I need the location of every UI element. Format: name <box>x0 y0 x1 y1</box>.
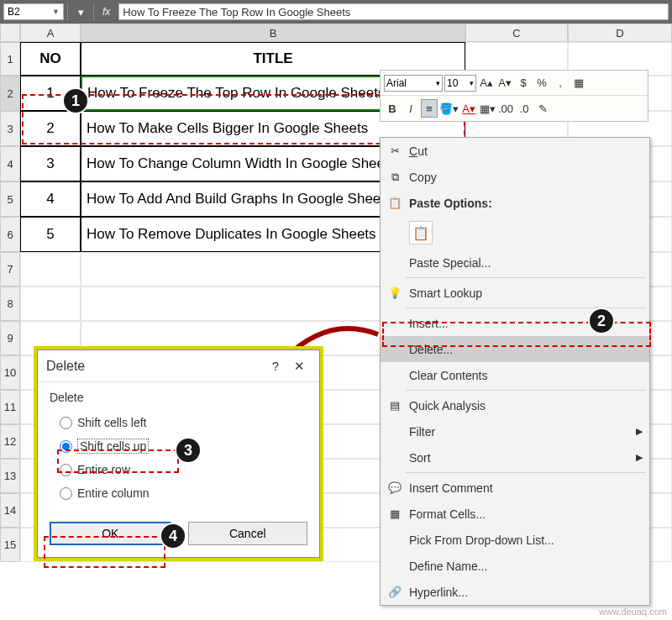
currency-icon[interactable]: $ <box>515 74 532 92</box>
name-box[interactable]: B2 ▼ <box>3 3 64 20</box>
bold-button[interactable]: B <box>384 99 401 118</box>
cell-A1[interactable]: NO <box>20 42 81 76</box>
lightbulb-icon: 💡 <box>387 286 402 301</box>
cell-A5[interactable]: 4 <box>20 181 81 217</box>
insert-label: Insert... <box>409 317 449 330</box>
select-all-corner[interactable] <box>0 24 20 42</box>
table-format-icon[interactable]: ▦ <box>570 74 587 92</box>
font-selector[interactable]: Arial▾ <box>384 75 443 92</box>
dropdown-icon[interactable]: ▾ <box>71 3 90 21</box>
radio-entire-column[interactable]: Entire column <box>60 481 307 505</box>
formula-bar[interactable]: How To Freeze The Top Row In Google Shee… <box>118 3 669 20</box>
increase-decimal-icon[interactable]: .00 <box>497 99 514 118</box>
cell-A8[interactable] <box>20 286 81 321</box>
opt-shift-left-label: Shift cells left <box>77 416 146 429</box>
menu-quick-analysis[interactable]: ▤Quick Analysis <box>381 392 649 418</box>
menu-clear-contents[interactable]: Clear Contents <box>381 362 649 388</box>
menu-pick-dropdown[interactable]: Pick From Drop-down List... <box>381 527 649 553</box>
paste-options-row: 📋 <box>381 216 649 250</box>
opt-entire-row-label: Entire row <box>77 463 130 476</box>
dialog-group-label: Delete <box>50 391 307 404</box>
menu-separator <box>406 390 646 391</box>
decrease-font-icon[interactable]: A▾ <box>496 74 513 92</box>
menu-filter[interactable]: Filter▶ <box>381 418 649 444</box>
italic-button[interactable]: I <box>402 99 419 118</box>
submenu-arrow-icon: ▶ <box>636 452 643 463</box>
col-header-D[interactable]: D <box>568 24 672 42</box>
hyperlink-label: Hyperlink... <box>409 586 468 599</box>
submenu-arrow-icon: ▶ <box>636 426 643 437</box>
cell-A6[interactable]: 5 <box>20 217 81 252</box>
row-header-1[interactable]: 1 <box>0 42 20 76</box>
row-header-14[interactable]: 14 <box>0 493 20 528</box>
row-header-12[interactable]: 12 <box>0 424 20 459</box>
dialog-title: Delete <box>46 359 85 374</box>
column-headers: ABCD <box>20 24 672 42</box>
define-name-label: Define Name... <box>409 560 487 573</box>
dialog-titlebar: Delete ? ✕ <box>38 350 319 382</box>
menu-cut[interactable]: ✂Cut <box>381 138 649 164</box>
col-header-A[interactable]: A <box>20 24 81 42</box>
row-headers: 123456789101112131415 <box>0 42 20 562</box>
format-cells-label: Format Cells... <box>409 507 486 521</box>
row-header-6[interactable]: 6 <box>0 217 20 252</box>
menu-define-name[interactable]: Define Name... <box>381 553 649 579</box>
percent-icon[interactable]: % <box>533 74 550 92</box>
row-header-4[interactable]: 4 <box>0 146 20 181</box>
col-header-B[interactable]: B <box>81 24 465 42</box>
menu-separator <box>406 307 646 308</box>
comma-icon[interactable]: , <box>552 74 569 92</box>
fill-color-icon[interactable]: 🪣▾ <box>439 99 459 118</box>
formula-bar-text: How To Freeze The Top Row In Google Shee… <box>123 6 350 18</box>
menu-copy[interactable]: ⧉Copy <box>381 164 649 190</box>
fx-label[interactable]: fx <box>97 6 115 18</box>
menu-smart-lookup[interactable]: 💡Smart Lookup <box>381 280 649 306</box>
cancel-button[interactable]: Cancel <box>188 522 308 545</box>
row-header-8[interactable]: 8 <box>0 286 20 321</box>
name-box-value: B2 <box>8 6 20 18</box>
font-size-selector[interactable]: 10▾ <box>444 75 476 92</box>
scissors-icon: ✂ <box>387 144 402 159</box>
ok-button[interactable]: OK <box>50 522 171 545</box>
link-icon: 🔗 <box>387 585 402 600</box>
row-header-2[interactable]: 2 <box>0 76 20 111</box>
format-painter-icon[interactable]: ✎ <box>534 99 551 118</box>
row-header-15[interactable]: 15 <box>0 528 20 562</box>
separator <box>93 3 94 20</box>
step-badge-3: 3 <box>175 437 202 464</box>
col-header-C[interactable]: C <box>465 24 568 42</box>
menu-insert-comment[interactable]: 💬Insert Comment <box>381 475 649 501</box>
chevron-down-icon[interactable]: ▼ <box>52 8 60 16</box>
help-button[interactable]: ? <box>264 359 287 373</box>
menu-sort[interactable]: Sort▶ <box>381 444 649 470</box>
cell-A7[interactable] <box>20 252 81 286</box>
font-name: Arial <box>386 77 407 89</box>
row-header-9[interactable]: 9 <box>0 321 20 355</box>
radio-shift-left[interactable]: Shift cells left <box>60 411 307 434</box>
menu-hyperlink[interactable]: 🔗Hyperlink... <box>381 579 649 605</box>
menu-format-cells[interactable]: ▦Format Cells... <box>381 501 649 527</box>
cell-A4[interactable]: 3 <box>20 146 81 181</box>
font-color-icon[interactable]: A▾ <box>460 99 477 118</box>
row-header-5[interactable]: 5 <box>0 181 20 217</box>
close-button[interactable]: ✕ <box>287 359 311 374</box>
copy-icon: ⧉ <box>387 170 402 185</box>
row-header-13[interactable]: 13 <box>0 459 20 493</box>
decrease-decimal-icon[interactable]: .0 <box>516 99 533 118</box>
row-header-3[interactable]: 3 <box>0 111 20 146</box>
increase-font-icon[interactable]: A▴ <box>478 74 495 92</box>
paste-button[interactable]: 📋 <box>409 221 433 244</box>
menu-delete[interactable]: Delete... <box>381 336 649 362</box>
cell-A3[interactable]: 2 <box>20 111 81 146</box>
paste-options-label: Paste Options: <box>409 197 492 210</box>
paste-special-label: Paste Special... <box>409 256 491 270</box>
row-header-10[interactable]: 10 <box>0 355 20 390</box>
borders-icon[interactable]: ▦▾ <box>479 99 496 118</box>
row-header-11[interactable]: 11 <box>0 390 20 424</box>
menu-paste-special[interactable]: Paste Special... <box>381 250 649 276</box>
step-badge-4: 4 <box>160 523 186 549</box>
align-button[interactable]: ≡ <box>421 99 438 118</box>
pick-label: Pick From Drop-down List... <box>409 533 554 547</box>
step-badge-1: 1 <box>62 87 89 114</box>
row-header-7[interactable]: 7 <box>0 252 20 286</box>
